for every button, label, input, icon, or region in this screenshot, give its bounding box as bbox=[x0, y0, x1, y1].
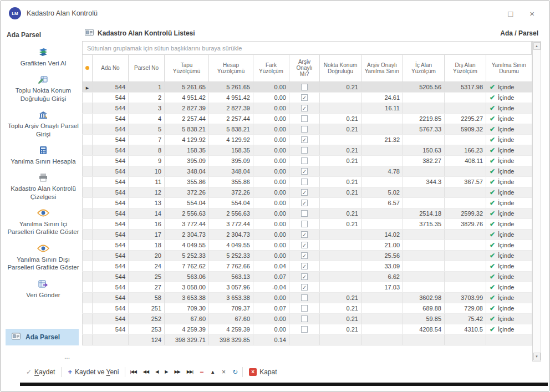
cell-tapu[interactable]: 554.04 bbox=[165, 197, 209, 208]
cell-nokta[interactable]: 0.21 bbox=[320, 313, 361, 324]
cell-nokta[interactable] bbox=[320, 261, 361, 271]
cell-ic[interactable] bbox=[403, 271, 445, 282]
cell-ays[interactable]: 16.11 bbox=[361, 103, 403, 113]
col-header-hesap[interactable]: Hesap Yüzölçümü bbox=[209, 55, 253, 82]
row-indicator-cell[interactable]: ▶ bbox=[83, 82, 93, 92]
cell-ada[interactable]: 544 bbox=[93, 92, 129, 103]
cell-parsel[interactable]: 12 bbox=[129, 187, 165, 197]
cell-ic[interactable] bbox=[403, 134, 445, 145]
cell-ays[interactable]: 4.78 bbox=[361, 166, 403, 176]
cell-parsel[interactable]: 13 bbox=[129, 197, 165, 208]
cell-ada[interactable]: 544 bbox=[93, 282, 129, 292]
archive-approved-checkbox[interactable] bbox=[301, 105, 308, 111]
col-header-ic[interactable]: İç Alan Yüzölçüm bbox=[403, 55, 445, 82]
cell-durum[interactable]: ✔İçinde bbox=[486, 313, 532, 324]
cell-ic[interactable] bbox=[403, 92, 445, 103]
cell-fark[interactable]: 0.00 bbox=[253, 155, 289, 166]
cell-tapu[interactable]: 3 653.38 bbox=[165, 292, 209, 303]
archive-approved-checkbox[interactable] bbox=[301, 221, 308, 227]
cell-fark[interactable]: 0.00 bbox=[253, 113, 289, 124]
cell-fark[interactable]: 0.04 bbox=[253, 261, 289, 271]
cell-nokta[interactable]: 0.21 bbox=[320, 208, 361, 218]
cell-arsiv[interactable] bbox=[289, 155, 320, 166]
nav-prev-button[interactable]: ◀ bbox=[152, 369, 161, 374]
cell-ic[interactable] bbox=[403, 229, 445, 240]
cell-ada[interactable]: 544 bbox=[93, 197, 129, 208]
cell-tapu[interactable]: 563.06 bbox=[165, 271, 209, 282]
cell-ic[interactable]: 382.27 bbox=[403, 155, 445, 166]
sidebar-item-toplu-nokta-konum-dogrulugu-girisi[interactable]: Toplu Nokta Konum Doğruluğu Girişi bbox=[6, 75, 81, 103]
col-header-ays[interactable]: Arşiv Onaylı Yanılma Sınırı bbox=[361, 55, 403, 82]
cell-dis[interactable] bbox=[445, 271, 486, 282]
cell-parsel[interactable]: 25 bbox=[129, 271, 165, 282]
cell-durum[interactable]: ✔İçinde bbox=[486, 250, 532, 261]
col-header-ada[interactable]: Ada No bbox=[93, 55, 129, 82]
cell-durum[interactable]: ✔İçinde bbox=[486, 208, 532, 218]
archive-approved-checkbox[interactable] bbox=[301, 94, 308, 101]
table-row[interactable]: 544172 304.732 304.730.0014.02✔İçinde bbox=[83, 229, 532, 240]
archive-approved-checkbox[interactable] bbox=[301, 252, 308, 259]
cell-arsiv[interactable] bbox=[289, 271, 320, 282]
sidebar-item-yanilma-siniri-ici-parselleri-grafikte-goster[interactable]: Yanılma Sınırı İçi Parselleri Grafikte G… bbox=[6, 208, 81, 236]
cell-ays[interactable] bbox=[361, 208, 403, 218]
cell-dis[interactable] bbox=[445, 282, 486, 292]
cell-hesap[interactable]: 3 057.96 bbox=[209, 282, 253, 292]
cell-arsiv[interactable] bbox=[289, 292, 320, 303]
cell-ic[interactable] bbox=[403, 250, 445, 261]
cell-dis[interactable] bbox=[445, 261, 486, 271]
cell-parsel[interactable]: 20 bbox=[129, 250, 165, 261]
cell-dis[interactable]: 3703.99 bbox=[445, 292, 486, 303]
cell-parsel[interactable]: 251 bbox=[129, 303, 165, 313]
cell-ada[interactable]: 544 bbox=[93, 303, 129, 313]
cell-ays[interactable]: 25.56 bbox=[361, 250, 403, 261]
cell-ic[interactable] bbox=[403, 282, 445, 292]
cell-fark[interactable]: 0.00 bbox=[253, 292, 289, 303]
cell-tapu[interactable]: 355.86 bbox=[165, 176, 209, 187]
row-indicator-cell[interactable] bbox=[83, 208, 93, 218]
archive-approved-checkbox[interactable] bbox=[301, 189, 308, 196]
cell-ada[interactable]: 544 bbox=[93, 292, 129, 303]
cell-fark[interactable]: 0.00 bbox=[253, 103, 289, 113]
cell-ic[interactable]: 4208.54 bbox=[403, 324, 445, 334]
row-indicator-cell[interactable] bbox=[83, 92, 93, 103]
cell-ays[interactable]: 24.61 bbox=[361, 92, 403, 103]
cell-fark[interactable]: 0.00 bbox=[253, 313, 289, 324]
cell-fark[interactable]: 0.00 bbox=[253, 166, 289, 176]
nav-next-page-button[interactable]: ▶▶ bbox=[171, 369, 183, 374]
cell-parsel[interactable]: 58 bbox=[129, 292, 165, 303]
cell-durum[interactable]: ✔İçinde bbox=[486, 218, 532, 229]
cell-ays[interactable] bbox=[361, 292, 403, 303]
cell-ic[interactable]: 689.88 bbox=[403, 303, 445, 313]
cell-ada[interactable]: 544 bbox=[93, 229, 129, 240]
cell-tapu[interactable]: 7 762.62 bbox=[165, 261, 209, 271]
cell-fark[interactable]: 0.00 bbox=[253, 197, 289, 208]
cell-fark[interactable]: 0.00 bbox=[253, 208, 289, 218]
cell-ays[interactable]: 17.03 bbox=[361, 282, 403, 292]
cell-hesap[interactable]: 395.09 bbox=[209, 155, 253, 166]
cell-dis[interactable] bbox=[445, 103, 486, 113]
cell-ada[interactable]: 544 bbox=[93, 113, 129, 124]
cell-tapu[interactable]: 2 304.73 bbox=[165, 229, 209, 240]
cell-nokta[interactable]: 0.21 bbox=[320, 155, 361, 166]
cell-durum[interactable]: ✔İçinde bbox=[486, 113, 532, 124]
cell-hesap[interactable]: 2 257.44 bbox=[209, 113, 253, 124]
row-indicator-cell[interactable] bbox=[83, 113, 93, 124]
archive-approved-checkbox[interactable] bbox=[301, 115, 308, 122]
cell-parsel[interactable]: 253 bbox=[129, 324, 165, 334]
cell-ays[interactable]: 21.32 bbox=[361, 134, 403, 145]
cell-ada[interactable]: 544 bbox=[93, 176, 129, 187]
cell-fark[interactable]: 0.07 bbox=[253, 271, 289, 282]
row-indicator-cell[interactable] bbox=[83, 197, 93, 208]
table-row[interactable]: 54474 129.924 129.920.0021.32✔İçinde bbox=[83, 134, 532, 145]
cell-ada[interactable]: 544 bbox=[93, 261, 129, 271]
cell-ic[interactable]: 59.85 bbox=[403, 313, 445, 324]
archive-approved-checkbox[interactable] bbox=[301, 284, 308, 291]
cell-hesap[interactable]: 2 827.39 bbox=[209, 103, 253, 113]
cell-nokta[interactable] bbox=[320, 282, 361, 292]
cell-dis[interactable] bbox=[445, 134, 486, 145]
cell-arsiv[interactable] bbox=[289, 176, 320, 187]
archive-approved-checkbox[interactable] bbox=[301, 242, 308, 248]
cell-arsiv[interactable] bbox=[289, 218, 320, 229]
cell-parsel[interactable]: 1 bbox=[129, 82, 165, 92]
cell-ic[interactable] bbox=[403, 197, 445, 208]
